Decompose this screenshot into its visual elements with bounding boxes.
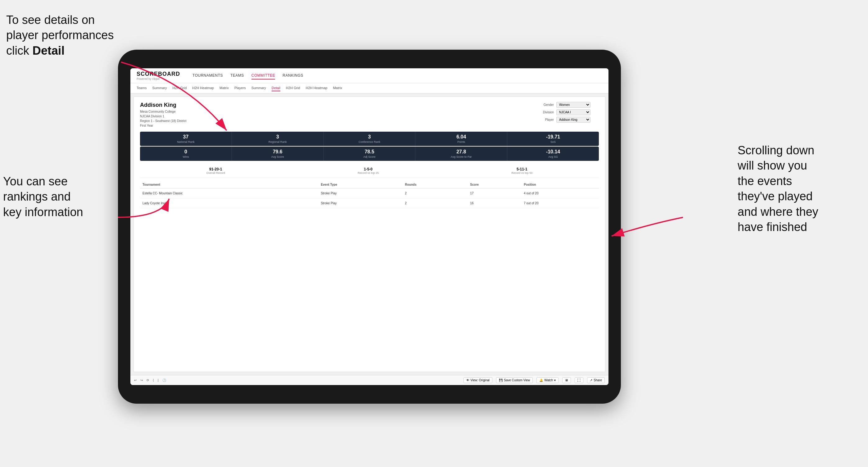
wins-label: Wins [143, 155, 228, 158]
regional-rank-value: 3 [235, 134, 320, 140]
subnav-summary[interactable]: Summary [152, 85, 167, 91]
tournament-name-1: Estella CC- Mountain Classic [140, 188, 318, 198]
stat-wins: 0 Wins [140, 147, 232, 161]
stat-avg-score-par: 27.8 Avg Score to Par [415, 147, 507, 161]
content-panel: Addison King Mesa Community College NJCA… [133, 97, 606, 372]
table-row: Lady Coyote Invite Stroke Play 2 16 7 ou… [140, 198, 599, 208]
gender-label: Gender [537, 103, 554, 106]
event-type-1: Stroke Play [318, 188, 402, 198]
save-icon: 💾 [499, 378, 503, 382]
share-icon: ↗ [590, 378, 592, 382]
division-select[interactable]: NJCAA I NJCAA II [556, 109, 590, 115]
wins-value: 0 [143, 149, 228, 155]
player-filters: Gender Women Men Division NJCAA I [537, 102, 599, 128]
player-name: Addison King [140, 102, 187, 108]
avg-sg-label: Avg SG [510, 155, 596, 158]
division-filter-row: Division NJCAA I NJCAA II [537, 109, 599, 115]
top-nav: SCOREBOARD Powered by clippd TOURNAMENTS… [130, 68, 609, 83]
watch-chevron: ▾ [554, 378, 556, 382]
redo-icon[interactable]: ↪ [140, 378, 143, 382]
share-label: Share [594, 378, 602, 382]
stat-avg-score: 79.6 Avg Score [232, 147, 324, 161]
col-event-type: Event Type [318, 181, 402, 188]
national-rank-value: 37 [143, 134, 228, 140]
conference-rank-value: 3 [327, 134, 412, 140]
record-top50-value: 5-11-1 [511, 167, 532, 172]
logo-title: SCOREBOARD [136, 71, 180, 77]
division-label: Division [537, 111, 554, 114]
subnav-matrix2[interactable]: Matrix [333, 85, 342, 91]
nav-teams[interactable]: TEAMS [230, 72, 244, 80]
bottom-toolbar: ↩ ↪ ⟳ ⟨ | 🕐 👁 View: Original 💾 Save Cust… [130, 375, 609, 385]
sos-value: -19.71 [510, 134, 596, 140]
player-college: Mesa Community College [140, 109, 187, 114]
watch-button[interactable]: 🔔 Watch ▾ [536, 377, 558, 383]
avg-sg-value: -10.14 [510, 149, 596, 155]
stats-grid-row2: 0 Wins 79.6 Avg Score 78.5 Adj Score 2 [140, 147, 599, 161]
fullscreen-button[interactable]: ⛶ [575, 377, 583, 383]
main-content: Addison King Mesa Community College NJCA… [130, 93, 609, 375]
conference-rank-label: Conference Rank [327, 141, 412, 144]
view-original-button[interactable]: 👁 View: Original [464, 377, 493, 383]
annotation-bottom-left: You can seerankings andkey information [3, 174, 118, 220]
watch-label: Watch [544, 378, 553, 382]
subnav-h2h-heatmap2[interactable]: H2H Heatmap [306, 85, 328, 91]
adj-score-value: 78.5 [327, 149, 412, 155]
points-label: Points [418, 141, 504, 144]
share-button[interactable]: ↗ Share [587, 377, 605, 383]
nav-committee[interactable]: COMMITTEE [251, 72, 275, 80]
overall-record: 91-20-1 Overall Record [207, 167, 225, 175]
view-label: View: Original [471, 378, 490, 382]
clock-icon[interactable]: 🕐 [162, 378, 166, 382]
nav-rankings[interactable]: RANKINGS [282, 72, 303, 80]
subnav-h2h-heatmap[interactable]: H2H Heatmap [192, 85, 214, 91]
stat-conference-rank: 3 Conference Rank [324, 132, 416, 146]
avg-score-label: Avg Score [235, 155, 320, 158]
national-rank-label: National Rank [143, 141, 228, 144]
player-year: First Year [140, 123, 187, 128]
player-division: NJCAA Division 1 [140, 114, 187, 119]
annotation-top-left: To see details on player performances cl… [6, 12, 118, 58]
subnav-players[interactable]: Players [235, 85, 246, 91]
tablet: SCOREBOARD Powered by clippd TOURNAMENTS… [118, 50, 621, 404]
nav-items: TOURNAMENTS TEAMS COMMITTEE RANKINGS [192, 72, 303, 80]
sos-label: SoS [510, 141, 596, 144]
player-info: Addison King Mesa Community College NJCA… [140, 102, 187, 128]
monitor-button[interactable]: 🖥 [562, 377, 571, 383]
sub-nav: Teams Summary H2H Grid H2H Heatmap Matri… [130, 83, 609, 93]
stat-avg-sg: -10.14 Avg SG [507, 147, 599, 161]
subnav-h2h-grid2[interactable]: H2H Grid [286, 85, 300, 91]
subnav-detail[interactable]: Detail [272, 85, 280, 91]
separator: | [158, 378, 159, 382]
nav-tournaments[interactable]: TOURNAMENTS [192, 72, 223, 80]
avg-score-par-label: Avg Score to Par [418, 155, 504, 158]
subnav-h2h-grid[interactable]: H2H Grid [172, 85, 187, 91]
view-icon: 👁 [466, 378, 469, 382]
subnav-teams[interactable]: Teams [136, 85, 147, 91]
subnav-matrix[interactable]: Matrix [219, 85, 229, 91]
stat-points: 6.04 Points [415, 132, 507, 146]
record-top25-value: 1-5-0 [358, 167, 379, 172]
back-icon[interactable]: ⟨ [153, 378, 154, 382]
col-tournament: Tournament [140, 181, 318, 188]
col-rounds: Rounds [402, 181, 468, 188]
refresh-icon[interactable]: ⟳ [147, 378, 149, 382]
stat-sos: -19.71 SoS [507, 132, 599, 146]
player-select[interactable]: Addison King [556, 117, 590, 123]
position-2: 7 out of 20 [521, 198, 599, 208]
tablet-screen: SCOREBOARD Powered by clippd TOURNAMENTS… [130, 68, 609, 385]
save-custom-view-button[interactable]: 💾 Save Custom View [496, 377, 533, 383]
gender-select[interactable]: Women Men [556, 102, 590, 108]
rounds-2: 2 [402, 198, 468, 208]
avg-score-par-value: 27.8 [418, 149, 504, 155]
tournament-name-2: Lady Coyote Invite [140, 198, 318, 208]
position-1: 4 out of 20 [521, 188, 599, 198]
subnav-summary2[interactable]: Summary [251, 85, 266, 91]
undo-icon[interactable]: ↩ [134, 378, 136, 382]
stats-grid-row1: 37 National Rank 3 Regional Rank 3 Confe… [140, 132, 599, 146]
col-position: Position [521, 181, 599, 188]
records-row: 91-20-1 Overall Record 1-5-0 Record vs t… [140, 164, 599, 178]
player-region: Region 1 - Southwest (18) District [140, 119, 187, 123]
record-top50-label: Record vs top 50 [511, 172, 532, 175]
stat-adj-score: 78.5 Adj Score [324, 147, 416, 161]
